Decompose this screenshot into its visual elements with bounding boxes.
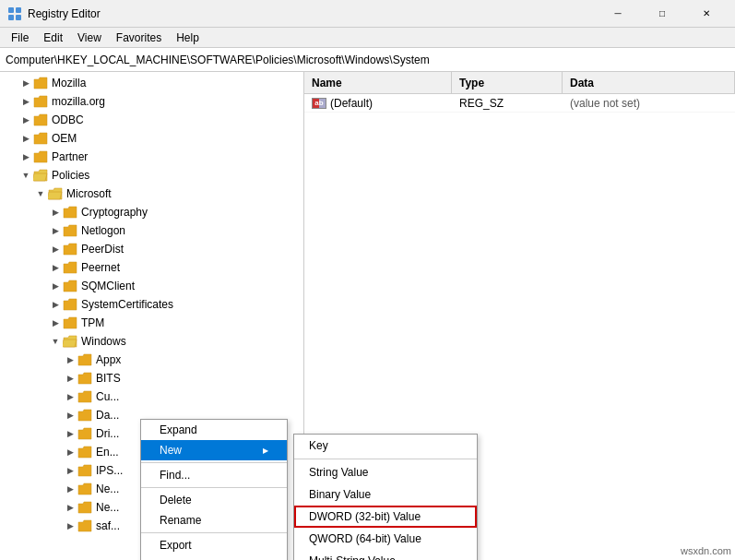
tree-item[interactable]: ▶ BITS [0, 369, 303, 387]
submenu[interactable]: KeyString ValueBinary ValueDWORD (32-bit… [293, 434, 478, 560]
context-menu-item[interactable]: Delete [141, 490, 287, 510]
tree-item[interactable]: ▼ Windows [0, 332, 303, 351]
expand-btn[interactable]: ▶ [48, 223, 63, 238]
expand-btn[interactable]: ▶ [48, 297, 63, 312]
tree-item-label: Policies [52, 169, 89, 182]
tree-item[interactable]: ▶ Partner [0, 148, 303, 166]
context-menu-item[interactable]: Expand [141, 420, 287, 440]
tree-item-label: En... [96, 446, 119, 459]
folder-icon [77, 409, 92, 422]
menu-file[interactable]: File [4, 30, 36, 46]
expand-btn[interactable]: ▶ [18, 149, 33, 164]
col-header-data: Data [563, 72, 735, 93]
tree-item[interactable]: ▶ Netlogon [0, 221, 303, 240]
tree-item[interactable]: ▼ Policies [0, 166, 303, 185]
tree-item[interactable]: ▶ Cu... [0, 387, 303, 406]
folder-icon [63, 243, 77, 256]
expand-btn[interactable]: ▶ [48, 279, 63, 293]
expand-btn[interactable]: ▶ [63, 426, 77, 441]
tree-item[interactable]: ▶ mozilla.org [0, 92, 303, 111]
tree-item-label: SQMClient [81, 280, 135, 292]
folder-icon [77, 427, 92, 440]
tree-item[interactable]: ▶ SQMClient [0, 277, 303, 295]
close-button[interactable]: ✕ [685, 0, 728, 28]
submenu-item[interactable]: Multi-String Value [294, 550, 477, 560]
expand-btn[interactable]: ▶ [48, 316, 63, 330]
expand-btn[interactable]: ▶ [63, 408, 77, 423]
expand-btn[interactable]: ▶ [63, 445, 77, 459]
tree-item-label: Mozilla [52, 77, 86, 89]
expand-btn[interactable]: ▶ [63, 518, 77, 533]
expand-btn[interactable]: ▼ [33, 186, 48, 201]
app-icon [7, 6, 22, 21]
app-title: Registry Editor [28, 7, 101, 20]
tree-item-label: Appx [96, 353, 121, 366]
tree-item[interactable]: ▶ Mozilla [0, 74, 303, 92]
folder-icon [77, 483, 92, 495]
expand-btn[interactable]: ▶ [63, 352, 77, 367]
tree-item[interactable]: ▶ PeerDist [0, 240, 303, 258]
expand-btn[interactable]: ▶ [48, 205, 63, 220]
tree-item[interactable]: ▼ Microsoft [0, 185, 303, 203]
menu-view[interactable]: View [70, 30, 109, 46]
expand-btn[interactable]: ▼ [18, 168, 33, 183]
tree-item-label: TPM [81, 316, 104, 329]
tree-item-label: Netlogon [81, 224, 125, 237]
menu-favorites[interactable]: Favorites [109, 30, 169, 46]
expand-btn[interactable]: ▶ [18, 76, 33, 90]
expand-btn[interactable]: ▶ [63, 389, 77, 404]
col-header-name: Name [304, 72, 452, 93]
folder-icon [33, 77, 48, 89]
tree-item-label: IPS... [96, 464, 123, 477]
tree-item[interactable]: ▶ SystemCertificates [0, 295, 303, 314]
expand-btn[interactable]: ▶ [18, 113, 33, 127]
tree-item-label: BITS [96, 372, 121, 385]
tree-item-label: Peernet [81, 261, 120, 274]
svg-rect-3 [16, 15, 21, 20]
minimize-button[interactable]: ─ [597, 0, 639, 28]
tree-item[interactable]: ▶ Cryptography [0, 203, 303, 221]
menu-separator [141, 487, 287, 488]
expand-btn[interactable]: ▶ [18, 94, 33, 109]
tree-item[interactable]: ▶ TPM [0, 314, 303, 332]
table-row[interactable]: ab (Default) REG_SZ (value not set) [304, 94, 735, 113]
tree-item[interactable]: ▶ ODBC [0, 111, 303, 129]
folder-icon [33, 132, 48, 145]
submenu-item[interactable]: Key [294, 435, 477, 457]
tree-item[interactable]: ▶ OEM [0, 129, 303, 148]
context-menu-item[interactable]: Rename [141, 510, 287, 530]
tree-item-label: Partner [52, 150, 88, 163]
column-headers: Name Type Data [304, 72, 735, 94]
expand-btn[interactable]: ▶ [63, 500, 77, 515]
submenu-item[interactable]: Binary Value [294, 483, 477, 506]
folder-icon [63, 224, 77, 237]
folder-icon [63, 206, 77, 219]
expand-btn[interactable]: ▶ [63, 371, 77, 386]
tree-item-label: Cryptography [81, 206, 148, 219]
folder-icon [77, 446, 92, 459]
tree-item[interactable]: ▶ Appx [0, 351, 303, 369]
maximize-button[interactable]: □ [641, 0, 683, 28]
context-menu-item[interactable]: New [141, 440, 287, 460]
expand-btn[interactable]: ▶ [63, 482, 77, 496]
tree-item[interactable]: ▶ Peernet [0, 258, 303, 277]
context-menu-item[interactable]: Find... [141, 465, 287, 485]
context-menu-item[interactable]: Export [141, 535, 287, 555]
menu-edit[interactable]: Edit [36, 30, 70, 46]
cell-type: REG_SZ [452, 97, 563, 110]
folder-icon [77, 519, 92, 532]
tree-item-label: Cu... [96, 390, 119, 403]
expand-btn[interactable]: ▶ [63, 463, 77, 478]
tree-item-label: saf... [96, 519, 120, 532]
context-menu[interactable]: ExpandNewFind...DeleteRenameExportPermis… [140, 419, 288, 560]
context-menu-item[interactable]: Permissions... [141, 555, 287, 560]
submenu-item[interactable]: DWORD (32-bit) Value [294, 506, 477, 528]
menu-help[interactable]: Help [169, 30, 207, 46]
expand-btn[interactable]: ▼ [48, 334, 63, 349]
expand-btn[interactable]: ▶ [63, 537, 77, 538]
submenu-item[interactable]: String Value [294, 461, 477, 483]
expand-btn[interactable]: ▶ [48, 260, 63, 275]
expand-btn[interactable]: ▶ [18, 131, 33, 146]
expand-btn[interactable]: ▶ [48, 242, 63, 256]
submenu-item[interactable]: QWORD (64-bit) Value [294, 528, 477, 550]
